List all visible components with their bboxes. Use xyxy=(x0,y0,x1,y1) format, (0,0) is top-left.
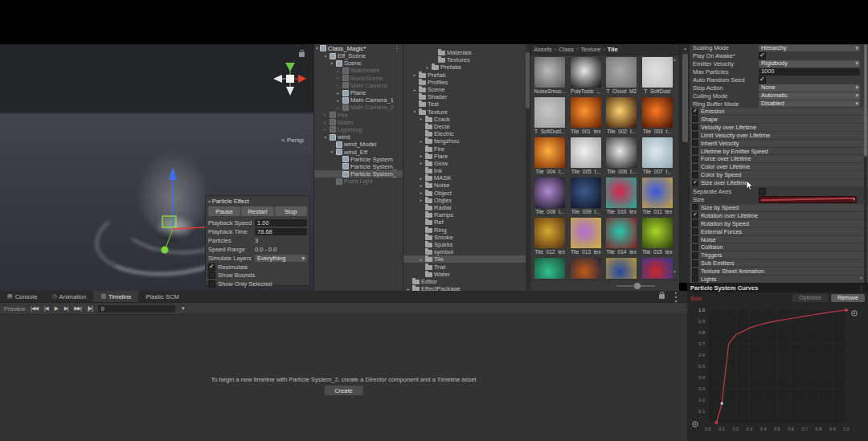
kebab-menu-icon[interactable]: ⋮ xyxy=(858,284,865,292)
module-bar[interactable]: Emission xyxy=(690,108,868,116)
module-checkbox[interactable] xyxy=(692,236,698,243)
tree-item[interactable]: ▸Object xyxy=(403,190,530,197)
checkbox[interactable] xyxy=(208,263,215,271)
scroll-down-icon[interactable]: ▼ xyxy=(673,269,677,274)
module-bar[interactable]: Force over Lifetime xyxy=(690,155,868,163)
expand-arrow-icon[interactable]: ▸ xyxy=(419,198,424,202)
scroll-up-icon[interactable]: ▲ xyxy=(683,46,687,51)
expand-arrow-icon[interactable]: ▾ xyxy=(323,54,328,59)
value-dropdown[interactable]: Everything xyxy=(255,255,307,263)
expand-arrow-icon[interactable]: ▸ xyxy=(412,72,417,77)
lock-icon[interactable] xyxy=(299,52,305,57)
scene-orientation-gizmo[interactable]: x xyxy=(272,60,309,97)
module-bar[interactable]: Size over Lifetime xyxy=(690,179,868,187)
curves-header[interactable]: Particle System Curves ⋮ xyxy=(687,284,868,292)
asset-tile[interactable]: T_SoftDust xyxy=(640,57,676,97)
asset-tile[interactable] xyxy=(568,258,604,279)
tree-item[interactable]: ▸Main Camera_2 xyxy=(314,104,403,111)
tree-item[interactable]: Sparks xyxy=(403,241,530,248)
module-bar[interactable]: Lights xyxy=(690,276,868,283)
expand-arrow-icon[interactable]: ▸ xyxy=(336,83,341,88)
tree-item[interactable]: ▸Main Camera_1 xyxy=(314,96,403,104)
tree-item[interactable]: ▸fangzhou xyxy=(403,137,530,145)
value-field[interactable]: 1.00 xyxy=(255,219,307,227)
module-checkbox[interactable] xyxy=(692,148,698,154)
tree-item[interactable]: Ramps xyxy=(403,211,530,218)
project-scrollbar[interactable] xyxy=(526,44,530,291)
tree-item[interactable]: Shader xyxy=(403,93,530,100)
expand-arrow-icon[interactable]: ▸ xyxy=(323,127,328,132)
module-checkbox[interactable] xyxy=(692,260,698,267)
tree-item[interactable]: ▸Tile xyxy=(403,255,530,263)
tree-item[interactable]: ▸Scene xyxy=(403,86,530,93)
asset-tile[interactable]: Tile_005_t... xyxy=(568,137,604,178)
asset-tile[interactable]: Tile_002_t... xyxy=(604,97,640,137)
scroll-up-icon[interactable]: ▲ xyxy=(673,57,677,62)
expand-arrow-icon[interactable]: ▸ xyxy=(412,88,417,92)
module-checkbox[interactable] xyxy=(692,164,698,170)
tree-item[interactable]: Radial xyxy=(403,204,530,211)
asset-tile[interactable]: T_Cloud_M2 xyxy=(604,57,640,97)
module-bar[interactable]: Sub Emitters xyxy=(690,259,868,267)
asset-tile[interactable] xyxy=(532,258,568,279)
tab-timeline[interactable]: ▥Timeline xyxy=(93,291,138,302)
asset-tile[interactable]: PolyTools_... xyxy=(568,57,604,97)
property-checkbox[interactable] xyxy=(759,52,766,59)
tree-item[interactable]: ▸Glow xyxy=(403,160,530,167)
prev-frame-icon[interactable]: |◀ xyxy=(44,305,48,312)
module-checkbox[interactable] xyxy=(692,132,698,138)
tree-item[interactable]: ▸Noise xyxy=(403,182,530,189)
property-dropdown[interactable]: Rigidbody xyxy=(759,60,860,67)
particle-panel-check-row[interactable]: Show Only Selected xyxy=(208,280,307,288)
tree-item[interactable]: Editor xyxy=(403,278,530,285)
tree-item[interactable]: ▸Prefabs xyxy=(403,63,530,71)
expand-arrow-icon[interactable]: ▾ xyxy=(316,46,318,51)
expand-arrow-icon[interactable]: ▸ xyxy=(336,76,341,80)
hierarchy-scene-header[interactable]: ▾ Class_Magic* ⋮ xyxy=(314,44,403,52)
pause-button[interactable]: Pause xyxy=(208,206,240,216)
module-bar[interactable]: Texture Sheet Animation xyxy=(690,267,868,276)
module-checkbox[interactable] xyxy=(692,276,698,282)
asset-tile[interactable] xyxy=(640,258,676,279)
asset-tile[interactable] xyxy=(604,258,640,279)
tree-item[interactable]: ▸MASK xyxy=(403,174,530,182)
expand-arrow-icon[interactable]: ▾ xyxy=(330,61,334,66)
expand-arrow-icon[interactable]: ▸ xyxy=(323,112,328,117)
play-icon[interactable]: ▶ xyxy=(55,305,58,312)
preview-toggle[interactable]: Preview xyxy=(4,305,25,312)
module-checkbox[interactable] xyxy=(692,140,698,146)
restart-button[interactable]: Restart xyxy=(241,206,273,216)
property-dropdown[interactable]: Hierarchy xyxy=(759,45,860,52)
module-bar[interactable]: Lifetime by Emitter Speed xyxy=(690,148,868,156)
property-dropdown[interactable]: Automatic xyxy=(759,92,860,100)
module-checkbox[interactable] xyxy=(692,156,698,162)
module-bar[interactable]: Inherit Velocity xyxy=(690,140,868,148)
skip-start-icon[interactable]: |◀◀ xyxy=(31,305,38,312)
tab-plastic-scm[interactable]: Plastic SCM xyxy=(138,291,186,302)
expand-arrow-icon[interactable]: ▸ xyxy=(336,98,341,103)
scroll-down-icon[interactable]: ▼ xyxy=(859,276,863,280)
module-checkbox[interactable] xyxy=(692,268,698,275)
module-bar[interactable]: Size by Speed xyxy=(690,204,868,212)
chevron-down-icon[interactable]: ▼ xyxy=(181,306,186,311)
kebab-menu-icon[interactable]: ⋮ xyxy=(669,289,682,304)
asset-tile[interactable]: Tile_001_tex xyxy=(568,97,604,137)
expand-arrow-icon[interactable]: ▾ xyxy=(412,109,417,114)
property-field[interactable]: 1000 xyxy=(759,68,860,76)
module-checkbox[interactable] xyxy=(692,108,698,115)
property-dropdown[interactable]: None xyxy=(759,84,860,92)
expand-arrow-icon[interactable]: ▸ xyxy=(425,65,430,70)
expand-arrow-icon[interactable]: ▸ xyxy=(419,161,424,165)
tree-item[interactable]: ▸Main Camera xyxy=(314,82,403,89)
asset-tile[interactable]: Tile_003_t... xyxy=(640,97,676,137)
tree-item[interactable]: ▾Texture xyxy=(403,108,530,116)
expand-arrow-icon[interactable]: ▸ xyxy=(419,176,424,181)
module-bar[interactable]: Limit Velocity over Lifetime xyxy=(690,132,868,140)
tree-item[interactable]: ▸Objtex xyxy=(403,197,530,204)
tree-item[interactable]: Trail xyxy=(403,263,530,270)
module-bar[interactable]: Shape xyxy=(690,116,868,124)
module-checkbox[interactable] xyxy=(692,116,698,122)
tree-item[interactable]: Ring xyxy=(403,227,530,234)
tree-item[interactable]: Textures xyxy=(403,56,530,63)
tree-item[interactable]: Fire xyxy=(403,145,530,152)
